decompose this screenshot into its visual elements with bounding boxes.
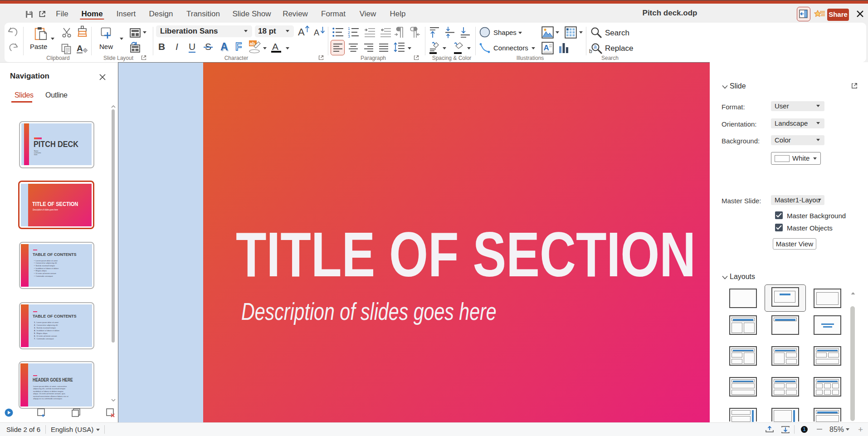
svg-text:A: A [544, 44, 549, 52]
svg-text:a: a [594, 44, 597, 50]
svg-text:ab: ab [250, 41, 255, 46]
svg-text:A: A [77, 44, 83, 53]
svg-text:3: 3 [348, 34, 350, 38]
svg-text:b: b [589, 48, 592, 54]
